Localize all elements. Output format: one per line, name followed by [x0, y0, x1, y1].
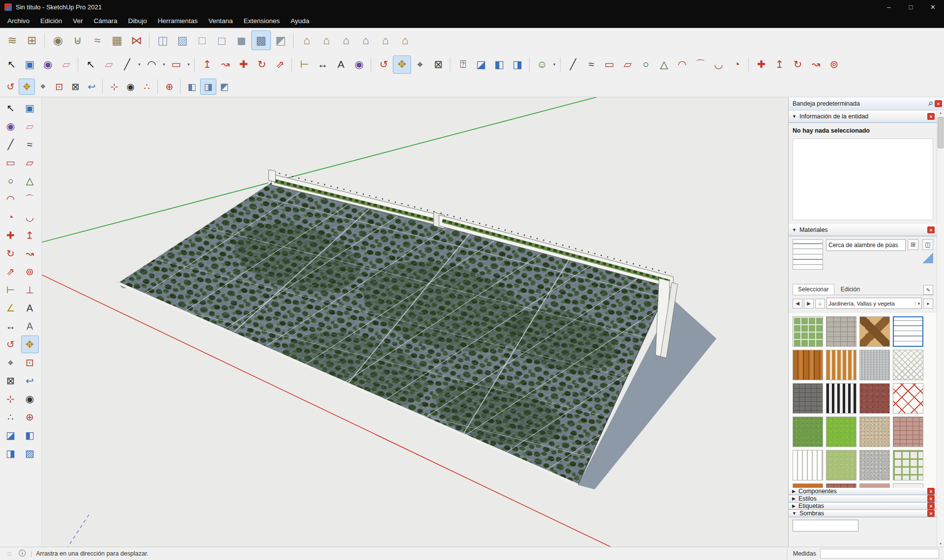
- materials-header[interactable]: ▼ Materiales ✕: [789, 224, 937, 236]
- zoom-extents-icon[interactable]: ⊠: [429, 56, 447, 74]
- shaded-icon[interactable]: ◼: [232, 30, 251, 50]
- Extensiones[interactable]: Extensiones: [238, 14, 285, 28]
- material-name-input[interactable]: [826, 239, 906, 251]
- pan-icon[interactable]: ✥: [393, 56, 411, 74]
- smoove-icon[interactable]: ◉: [48, 30, 68, 50]
- hidden-line-icon[interactable]: ◻: [212, 30, 232, 50]
- close-button[interactable]: ✕: [922, 0, 944, 14]
- entity-info-header[interactable]: ▼ Información de la entidad ✕: [789, 111, 937, 123]
- tray-section-header[interactable]: ▶ Etiquetas ✕: [789, 503, 937, 510]
- line-tool-icon[interactable]: ╱: [564, 56, 582, 74]
- tape-measure-icon[interactable]: ⊢: [295, 56, 314, 74]
- text-tool-icon[interactable]: A: [21, 299, 39, 317]
- close-section-button[interactable]: ✕: [927, 510, 935, 517]
- maximize-button[interactable]: □: [900, 0, 922, 14]
- make-component-icon[interactable]: ▣: [21, 56, 39, 74]
- look-around-icon[interactable]: ◉: [122, 79, 139, 95]
- tab-seleccionar[interactable]: Seleccionar: [793, 284, 834, 295]
- close-section-button[interactable]: ✕: [927, 495, 935, 502]
- dimension-icon[interactable]: ↔: [2, 317, 20, 335]
- move-tool-icon[interactable]: ✚: [2, 226, 20, 244]
- previous-view-icon[interactable]: ↩: [84, 79, 100, 95]
- grass-bright[interactable]: [826, 417, 856, 447]
- 3d-viewport[interactable]: [42, 97, 788, 547]
- monochrome-icon[interactable]: ◩: [271, 30, 291, 50]
- close-entity-info-button[interactable]: ✕: [927, 113, 935, 120]
- Edición[interactable]: Edición: [35, 14, 67, 28]
- expand-arrow-icon[interactable]: ▶: [792, 504, 796, 508]
- drape-icon[interactable]: ≈: [88, 30, 107, 50]
- paint-bucket-icon[interactable]: ◉: [350, 56, 368, 74]
- rotate-tool-icon[interactable]: ↻: [253, 56, 271, 74]
- sandbox-from-scratch-icon[interactable]: ⊞: [22, 30, 42, 50]
- minimize-button[interactable]: –: [878, 0, 900, 14]
- close-materials-button[interactable]: ✕: [927, 226, 935, 233]
- tray-section-header[interactable]: ▶ Componentes ✕: [789, 488, 937, 495]
- eyedropper-icon[interactable]: ✎: [923, 285, 933, 295]
- rotate-tool-icon[interactable]: ↻: [789, 56, 807, 74]
- scene-view-1-icon[interactable]: ◧: [184, 79, 200, 95]
- close-section-button[interactable]: ✕: [927, 488, 935, 495]
- scene-view-2-icon[interactable]: ◨: [200, 79, 216, 95]
- position-camera-icon[interactable]: ⊹: [2, 390, 20, 408]
- zoom-window-icon[interactable]: ⊡: [51, 79, 67, 95]
- close-section-button[interactable]: ✕: [927, 503, 935, 509]
- two-point-arc-icon[interactable]: ⌒: [691, 56, 709, 74]
- freehand-tool-icon[interactable]: ≈: [582, 56, 600, 74]
- section-display-icon[interactable]: ◧: [490, 56, 508, 74]
- xray-mode-icon[interactable]: ◫: [153, 30, 173, 50]
- measurements-input[interactable]: [820, 549, 939, 559]
- flip-edge-icon[interactable]: ⋈: [127, 30, 147, 50]
- offset-tool-icon[interactable]: ⊚: [21, 263, 39, 280]
- eraser-icon[interactable]: ▱: [21, 117, 39, 135]
- white-plain[interactable]: [893, 483, 923, 488]
- rectangle-tool-icon[interactable]: ▭: [2, 154, 20, 171]
- moss-pavers[interactable]: [893, 450, 923, 480]
- front-view-icon[interactable]: ⌂: [336, 30, 356, 50]
- wireframe-icon[interactable]: □: [192, 30, 212, 50]
- look-around-icon[interactable]: ◉: [21, 390, 39, 408]
- zoom-icon[interactable]: ⌖: [35, 79, 51, 95]
- sample-paint-swatch[interactable]: [922, 252, 933, 263]
- two-point-arc-icon[interactable]: ⌒: [21, 190, 39, 208]
- grass-dark[interactable]: [793, 417, 823, 447]
- walk-icon[interactable]: ∴: [2, 408, 20, 426]
- Ventana[interactable]: Ventana: [203, 14, 238, 28]
- user-profile-menu[interactable]: ▾: [551, 56, 558, 74]
- zoom-extents-icon[interactable]: ⊠: [2, 372, 20, 390]
- pie-tool-icon[interactable]: ◔: [728, 56, 746, 74]
- black-white-fence[interactable]: [826, 383, 856, 414]
- select-tool-icon[interactable]: ↖: [2, 56, 21, 74]
- shadows-dropdown-clipped[interactable]: [793, 520, 858, 532]
- dark-pavers[interactable]: [793, 383, 823, 414]
- wood-cross[interactable]: [859, 316, 890, 347]
- sandbox-from-contours-icon[interactable]: ≋: [2, 30, 22, 50]
- user-profile-icon[interactable]: ☺: [533, 56, 551, 74]
- look-at-icon[interactable]: ⍰: [454, 56, 472, 74]
- Ayuda[interactable]: Ayuda: [285, 14, 315, 28]
- select-tool-icon[interactable]: ↖: [82, 56, 100, 74]
- three-point-arc-icon[interactable]: ◡: [709, 56, 728, 74]
- right-view-icon[interactable]: ⌂: [356, 30, 376, 50]
- grass-pavers[interactable]: [793, 316, 823, 347]
- in-model-button[interactable]: ◫: [922, 239, 933, 250]
- Ver[interactable]: Ver: [67, 14, 88, 28]
- grass-light[interactable]: [826, 450, 856, 480]
- orbit-icon[interactable]: ↺: [2, 79, 19, 95]
- scrollbar-thumb[interactable]: [938, 117, 944, 148]
- section-display-icon[interactable]: ◧: [21, 426, 39, 444]
- move-tool-icon[interactable]: ✚: [235, 56, 253, 74]
- pie-tool-icon[interactable]: ◔: [2, 208, 20, 226]
- add-detail-icon[interactable]: ▦: [107, 30, 127, 50]
- orbit-icon[interactable]: ↺: [2, 336, 20, 353]
- create-material-button[interactable]: ⊞: [908, 239, 918, 250]
- offset-tool-icon[interactable]: ⊚: [825, 56, 843, 74]
- expand-arrow-icon[interactable]: ▶: [792, 496, 796, 501]
- shaded-with-textures-icon[interactable]: ▩: [251, 30, 271, 50]
- info-icon[interactable]: ⓘ: [18, 549, 27, 558]
- forward-button[interactable]: ▶: [804, 299, 814, 308]
- protractor-icon[interactable]: ∠: [2, 299, 20, 317]
- collapse-arrow-icon[interactable]: ▼: [792, 114, 796, 119]
- section-plane-icon[interactable]: ◪: [2, 426, 20, 444]
- tape-measure-icon[interactable]: ⊢: [2, 281, 20, 299]
